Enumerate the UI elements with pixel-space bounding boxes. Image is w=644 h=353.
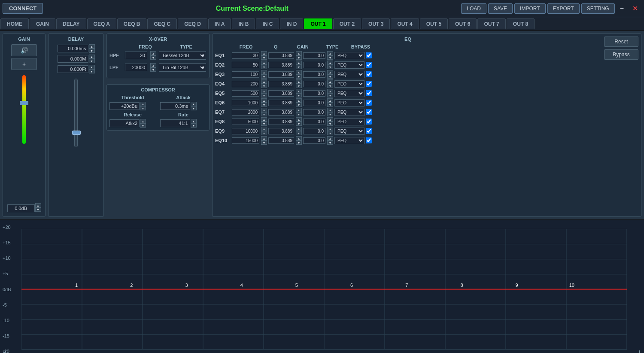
eq-q-down-2[interactable]: ▼ bbox=[296, 65, 302, 69]
eq-q-up-3[interactable]: ▲ bbox=[296, 70, 302, 74]
eq-freq-up-1[interactable]: ▲ bbox=[261, 51, 267, 55]
eq-freq-2[interactable] bbox=[232, 62, 259, 68]
hpf-freq-down[interactable]: ▼ bbox=[150, 55, 156, 60]
gain-plus-button[interactable]: + bbox=[11, 58, 37, 70]
eq-bypass-7[interactable] bbox=[366, 109, 372, 115]
nav-tab-geq-a[interactable]: GEQ A bbox=[87, 18, 116, 29]
eq-gain-down-10[interactable]: ▼ bbox=[327, 140, 333, 145]
eq-freq-up-5[interactable]: ▲ bbox=[261, 89, 267, 93]
eq-gain-6[interactable] bbox=[303, 100, 325, 106]
eq-reset-button[interactable]: Reset bbox=[604, 37, 638, 47]
eq-q-up-10[interactable]: ▲ bbox=[296, 136, 302, 140]
eq-bypass-3[interactable] bbox=[366, 71, 372, 77]
eq-q-8[interactable] bbox=[268, 119, 294, 125]
eq-freq-up-8[interactable]: ▲ bbox=[261, 117, 267, 122]
nav-tab-in-b[interactable]: IN B bbox=[232, 18, 255, 29]
nav-tab-gain[interactable]: GAIN bbox=[30, 18, 55, 29]
nav-tab-out-3[interactable]: OUT 3 bbox=[362, 18, 390, 29]
gain-fader-handle[interactable] bbox=[20, 101, 28, 105]
nav-tab-out-7[interactable]: OUT 7 bbox=[477, 18, 505, 29]
eq-freq-5[interactable] bbox=[232, 90, 259, 97]
eq-freq-down-5[interactable]: ▼ bbox=[261, 93, 267, 97]
eq-gain-down-7[interactable]: ▼ bbox=[327, 112, 333, 116]
eq-gain-10[interactable] bbox=[303, 137, 325, 144]
minimize-button[interactable]: − bbox=[617, 5, 627, 12]
import-button[interactable]: IMPORT bbox=[514, 3, 545, 14]
eq-freq-up-7[interactable]: ▲ bbox=[261, 108, 267, 112]
nav-tab-geq-c[interactable]: GEQ C bbox=[147, 18, 177, 29]
threshold-down[interactable]: ▼ bbox=[140, 106, 146, 110]
eq-freq-up-2[interactable]: ▲ bbox=[261, 61, 267, 65]
eq-freq-down-8[interactable]: ▼ bbox=[261, 122, 267, 126]
eq-gain-1[interactable] bbox=[303, 52, 325, 59]
release-down[interactable]: ▼ bbox=[140, 123, 146, 128]
nav-tab-geq-b[interactable]: GEQ B bbox=[117, 18, 147, 29]
nav-tab-out-2[interactable]: OUT 2 bbox=[333, 18, 361, 29]
eq-type-10[interactable]: PEQHPFLPFLSHS bbox=[334, 137, 365, 144]
lpf-type-select[interactable]: Lin-Ril 12dB Lin-Ril 24dB Bessel 12dB bbox=[159, 63, 206, 72]
eq-freq-down-4[interactable]: ▼ bbox=[261, 84, 267, 88]
eq-type-8[interactable]: PEQHPFLPFLSHS bbox=[334, 118, 365, 125]
nav-tab-in-a[interactable]: IN A bbox=[208, 18, 231, 29]
delay-ft-up[interactable]: ▲ bbox=[89, 65, 95, 69]
eq-bypass-8[interactable] bbox=[366, 119, 372, 125]
gain-value-input[interactable] bbox=[7, 204, 35, 212]
eq-freq-10[interactable] bbox=[232, 137, 259, 144]
eq-q-7[interactable] bbox=[268, 109, 294, 116]
nav-tab-out-5[interactable]: OUT 5 bbox=[420, 18, 448, 29]
eq-freq-4[interactable] bbox=[232, 81, 259, 87]
eq-gain-up-6[interactable]: ▲ bbox=[327, 98, 333, 103]
eq-freq-up-6[interactable]: ▲ bbox=[261, 98, 267, 103]
threshold-up[interactable]: ▲ bbox=[140, 102, 146, 106]
eq-q-9[interactable] bbox=[268, 128, 294, 134]
eq-freq-down-6[interactable]: ▼ bbox=[261, 103, 267, 107]
eq-freq-9[interactable] bbox=[232, 128, 259, 134]
eq-freq-up-3[interactable]: ▲ bbox=[261, 70, 267, 74]
close-button[interactable]: ✕ bbox=[629, 4, 641, 12]
eq-freq-down-9[interactable]: ▼ bbox=[261, 131, 267, 135]
eq-bypass-2[interactable] bbox=[366, 62, 372, 68]
attack-up[interactable]: ▲ bbox=[191, 102, 197, 106]
eq-freq-up-9[interactable]: ▲ bbox=[261, 127, 267, 131]
eq-q-4[interactable] bbox=[268, 81, 294, 87]
eq-gain-up-4[interactable]: ▲ bbox=[327, 79, 333, 84]
eq-gain-down-3[interactable]: ▼ bbox=[327, 74, 333, 79]
delay-ms-down[interactable]: ▼ bbox=[89, 49, 95, 53]
delay-ft-input[interactable] bbox=[58, 65, 88, 73]
eq-type-1[interactable]: PEQHPFLPFLSHS bbox=[334, 52, 365, 59]
eq-q-down-7[interactable]: ▼ bbox=[296, 112, 302, 116]
eq-q-up-2[interactable]: ▲ bbox=[296, 61, 302, 65]
nav-tab-in-c[interactable]: IN C bbox=[256, 18, 279, 29]
eq-q-down-9[interactable]: ▼ bbox=[296, 131, 302, 135]
eq-gain-8[interactable] bbox=[303, 119, 325, 125]
eq-type-3[interactable]: PEQHPFLPFLSHS bbox=[334, 71, 365, 78]
gain-down-button[interactable]: ▼ bbox=[35, 207, 41, 212]
delay-ms-up[interactable]: ▲ bbox=[89, 44, 95, 49]
lpf-freq-up[interactable]: ▲ bbox=[150, 63, 156, 67]
eq-gain-down-4[interactable]: ▼ bbox=[327, 84, 333, 88]
eq-gain-9[interactable] bbox=[303, 128, 325, 134]
attack-down[interactable]: ▼ bbox=[191, 106, 197, 110]
lpf-freq-down[interactable]: ▼ bbox=[150, 67, 156, 72]
delay-track[interactable] bbox=[74, 79, 78, 147]
eq-freq-up-4[interactable]: ▲ bbox=[261, 79, 267, 84]
delay-m-up[interactable]: ▲ bbox=[89, 55, 95, 59]
eq-bypass-10[interactable] bbox=[366, 137, 372, 143]
eq-gain-up-8[interactable]: ▲ bbox=[327, 117, 333, 122]
lpf-freq-input[interactable] bbox=[125, 64, 147, 71]
eq-type-2[interactable]: PEQHPFLPFLSHS bbox=[334, 61, 365, 69]
eq-gain-down-5[interactable]: ▼ bbox=[327, 93, 333, 97]
eq-bypass-6[interactable] bbox=[366, 100, 372, 106]
eq-freq-up-10[interactable]: ▲ bbox=[261, 136, 267, 140]
eq-q-down-3[interactable]: ▼ bbox=[296, 74, 302, 79]
eq-type-7[interactable]: PEQHPFLPFLSHS bbox=[334, 109, 365, 116]
eq-type-6[interactable]: PEQHPFLPFLSHS bbox=[334, 99, 365, 107]
eq-q-up-5[interactable]: ▲ bbox=[296, 89, 302, 93]
eq-freq-down-10[interactable]: ▼ bbox=[261, 140, 267, 145]
eq-gain-3[interactable] bbox=[303, 71, 325, 78]
eq-gain-up-5[interactable]: ▲ bbox=[327, 89, 333, 93]
eq-q-1[interactable] bbox=[268, 52, 294, 59]
export-button[interactable]: EXPORT bbox=[547, 3, 580, 14]
eq-q-2[interactable] bbox=[268, 62, 294, 68]
eq-q-up-9[interactable]: ▲ bbox=[296, 127, 302, 131]
